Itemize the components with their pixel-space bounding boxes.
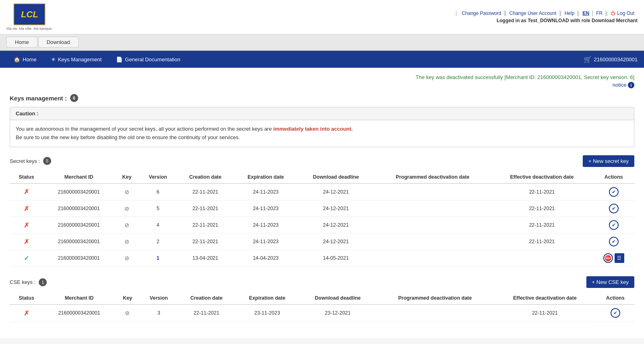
version-cell: 6 (139, 183, 177, 200)
download-deadline-cell: 23-12-2021 (299, 304, 376, 321)
notice-info-icon: i (628, 82, 634, 88)
tab-download[interactable]: Download (38, 37, 79, 48)
key-cell: ⊘ (114, 234, 139, 250)
status-x-icon: ✗ (24, 310, 29, 317)
asterisk-icon: ✳ (51, 56, 56, 63)
actions-cell: ✔ (596, 305, 634, 321)
cse-col-expiration: Expiration date (235, 292, 299, 304)
status-check-icon: ✓ (24, 255, 29, 262)
page-title: Keys management : 6 (10, 94, 634, 102)
cse-col-download: Download deadline (299, 292, 376, 304)
col-download: Download deadline (297, 171, 374, 183)
logo-area: LCL Ma vie. Ma ville. Ma banque. (6, 3, 53, 31)
version-cell: 5 (139, 200, 177, 217)
caution-highlight: immediately taken into account. (273, 126, 353, 132)
list-action-icon[interactable]: ☰ (615, 253, 624, 263)
lang-fr-link[interactable]: FR (593, 10, 606, 16)
eff-deact-cell: 22-11-2021 (491, 200, 593, 217)
pipe-separator: | (456, 10, 459, 16)
logo-subtitle: Ma vie. Ma ville. Ma banque. (6, 27, 53, 31)
eff-deact-cell: 22-11-2021 (494, 304, 596, 321)
nav-home[interactable]: 🏠 Home (6, 51, 44, 68)
prog-deact-cell (374, 234, 491, 250)
help-link[interactable]: Help (561, 10, 578, 16)
home-icon: 🏠 (14, 56, 20, 63)
top-header: LCL Ma vie. Ma ville. Ma banque. | Chang… (0, 0, 644, 34)
cse-keys-title: CSE keys : 1 (10, 278, 47, 286)
status-x-icon: ✗ (24, 205, 29, 212)
actions-cell: ⛔☰ (593, 250, 634, 267)
status-cell: ✗ (10, 183, 43, 200)
status-cell: ✗ (10, 200, 43, 217)
action-circle-icon[interactable]: ✔ (609, 220, 619, 230)
key-icon: ⊘ (125, 205, 129, 212)
creation-date-cell: 22-11-2021 (177, 217, 234, 234)
merchant-id-cell: 216000003420001 (43, 234, 114, 250)
table-row: ✓216000003420001⊘113-04-202114-04-202314… (10, 250, 634, 267)
notice-link[interactable]: notice i (613, 82, 634, 88)
merchant-id-cell: 216000003420001 (43, 250, 114, 267)
action-circle-icon[interactable]: ✔ (609, 237, 619, 246)
eff-deact-cell: 22-11-2021 (491, 183, 593, 200)
creation-date-cell: 22-11-2021 (177, 200, 234, 217)
col-creation: Creation date (177, 171, 234, 183)
new-secret-key-button[interactable]: + New secret key (583, 155, 634, 167)
change-user-account-link[interactable]: Change User Account (506, 10, 560, 16)
lang-en-link[interactable]: EN (580, 10, 593, 16)
action-circle-icon[interactable]: ✔ (611, 308, 620, 318)
nav-keys[interactable]: ✳ Keys Management (44, 51, 109, 68)
creation-date-cell: 13-04-2021 (177, 250, 234, 267)
table-row: ✗216000003420001⊘222-11-202124-11-202324… (10, 234, 634, 250)
status-cell: ✓ (10, 250, 43, 267)
cse-keys-table-header: Status Merchant ID Key Version Creation … (10, 292, 634, 304)
status-x-icon: ✗ (24, 222, 29, 229)
prog-deact-cell (376, 304, 494, 321)
download-deadline-cell: 24-12-2021 (297, 183, 374, 200)
expiration-date-cell: 24-11-2023 (234, 200, 297, 217)
page-badge: 6 (70, 94, 78, 102)
download-deadline-cell: 24-12-2021 (297, 200, 374, 217)
nav-docs[interactable]: 📄 General Documentation (109, 51, 187, 68)
status-cell: ✗ (10, 217, 43, 234)
creation-date-cell: 22-11-2021 (177, 183, 234, 200)
version-cell: 3 (140, 304, 177, 321)
col-eff-deact: Effective deactivation date (491, 171, 593, 183)
status-cell: ✗ (10, 304, 43, 321)
deactivate-action-icon[interactable]: ⛔ (603, 253, 613, 263)
expiration-date-cell: 14-04-2023 (234, 250, 297, 267)
prog-deact-cell (374, 217, 491, 234)
cse-col-merchant-id: Merchant ID (43, 292, 115, 304)
action-circle-icon[interactable]: ✔ (609, 187, 619, 197)
logout-link[interactable]: ⏻ Log Out (607, 10, 638, 16)
download-deadline-cell: 14-05-2021 (297, 250, 374, 267)
version-cell: 2 (139, 234, 177, 250)
key-icon: ⊘ (125, 255, 129, 261)
status-x-icon: ✗ (24, 238, 29, 245)
col-merchant-id: Merchant ID (43, 171, 114, 183)
cse-col-actions: Actions (596, 292, 634, 304)
merchant-id-cell: 216000003420001 (43, 183, 114, 200)
download-deadline-cell: 24-12-2021 (297, 234, 374, 250)
tab-home[interactable]: Home (6, 37, 37, 48)
caution-line2: Be sure to use the new key before disabl… (16, 133, 628, 142)
main-content: The key was deactivated successfully [Me… (0, 68, 644, 338)
col-actions: Actions (593, 171, 634, 183)
change-password-link[interactable]: Change Password (459, 10, 505, 16)
prog-deact-cell (374, 250, 491, 267)
secret-keys-title: Secret keys : 5 (10, 157, 51, 165)
cse-col-prog-deact: Programmed deactivation date (376, 292, 494, 304)
col-key: Key (114, 171, 139, 183)
key-cell: ⊘ (114, 250, 139, 267)
blue-nav: 🏠 Home ✳ Keys Management 📄 General Docum… (0, 51, 644, 68)
action-circle-icon[interactable]: ✔ (609, 204, 619, 213)
key-icon: ⊘ (125, 238, 129, 245)
cart-icon: 🛒 (584, 56, 592, 63)
expiration-date-cell: 23-11-2023 (235, 304, 299, 321)
version-cell: 1 (139, 250, 177, 267)
new-cse-key-button[interactable]: + New CSE key (586, 276, 634, 288)
col-status: Status (10, 171, 43, 183)
key-cell: ⊘ (114, 217, 139, 234)
blue-nav-merchant: 🛒 216000003420001 (584, 56, 638, 63)
status-x-icon: ✗ (24, 188, 29, 195)
key-cell: ⊘ (114, 200, 139, 217)
